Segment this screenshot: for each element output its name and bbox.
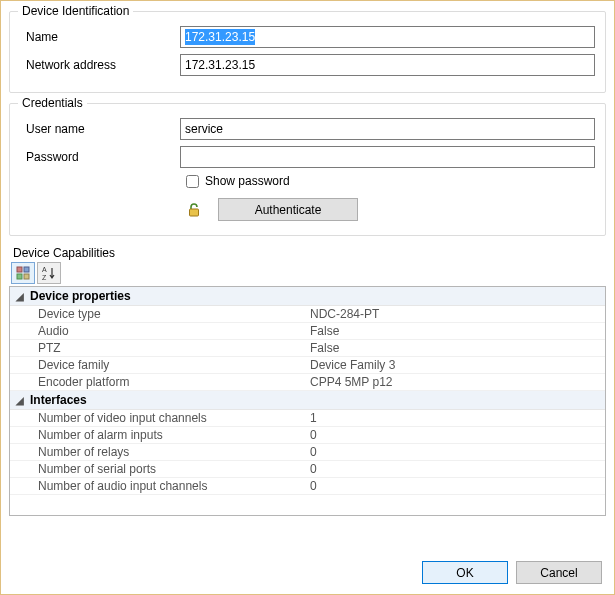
property-group-header[interactable]: ◢Device properties	[10, 287, 605, 306]
property-row[interactable]: Device typeNDC-284-PT	[10, 306, 605, 323]
property-name: Number of audio input channels	[10, 479, 310, 493]
property-row[interactable]: AudioFalse	[10, 323, 605, 340]
name-label: Name	[20, 30, 180, 44]
property-value: 0	[310, 428, 605, 442]
property-row[interactable]: Number of audio input channels0	[10, 478, 605, 495]
categorized-view-button[interactable]	[11, 262, 35, 284]
username-input[interactable]	[180, 118, 595, 140]
property-name: Audio	[10, 324, 310, 338]
property-row[interactable]: Device familyDevice Family 3	[10, 357, 605, 374]
show-password-checkbox[interactable]	[186, 175, 199, 188]
property-group-title: Device properties	[30, 289, 131, 303]
device-capabilities-title: Device Capabilities	[13, 246, 606, 260]
password-input[interactable]	[180, 146, 595, 168]
svg-rect-1	[17, 267, 22, 272]
device-identification-legend: Device Identification	[18, 4, 133, 18]
svg-text:Z: Z	[42, 274, 47, 281]
property-name: Number of relays	[10, 445, 310, 459]
sort-az-icon: A Z	[41, 265, 57, 281]
property-value: False	[310, 341, 605, 355]
property-value: CPP4 5MP p12	[310, 375, 605, 389]
credentials-legend: Credentials	[18, 96, 87, 110]
password-label: Password	[20, 150, 180, 164]
property-value: 0	[310, 462, 605, 476]
svg-rect-4	[24, 274, 29, 279]
show-password-label: Show password	[205, 174, 290, 188]
svg-rect-0	[190, 209, 199, 216]
expand-collapse-icon[interactable]: ◢	[14, 291, 26, 302]
cancel-button[interactable]: Cancel	[516, 561, 602, 584]
svg-text:A: A	[42, 266, 47, 273]
property-value: 0	[310, 479, 605, 493]
property-row[interactable]: Number of relays0	[10, 444, 605, 461]
ok-button[interactable]: OK	[422, 561, 508, 584]
property-value: 1	[310, 411, 605, 425]
property-row[interactable]: Number of alarm inputs0	[10, 427, 605, 444]
name-input[interactable]: 172.31.23.15	[180, 26, 595, 48]
property-row[interactable]: Encoder platformCPP4 5MP p12	[10, 374, 605, 391]
property-value: NDC-284-PT	[310, 307, 605, 321]
property-value: Device Family 3	[310, 358, 605, 372]
property-name: Device type	[10, 307, 310, 321]
property-row[interactable]: PTZFalse	[10, 340, 605, 357]
unlock-icon	[186, 202, 202, 218]
property-group-title: Interfaces	[30, 393, 87, 407]
username-label: User name	[20, 122, 180, 136]
svg-rect-3	[17, 274, 22, 279]
property-name: PTZ	[10, 341, 310, 355]
property-row[interactable]: Number of video input channels1	[10, 410, 605, 427]
svg-rect-2	[24, 267, 29, 272]
property-value: False	[310, 324, 605, 338]
property-name: Encoder platform	[10, 375, 310, 389]
credentials-group: Credentials User name Password Show pass…	[9, 103, 606, 236]
property-name: Number of alarm inputs	[10, 428, 310, 442]
property-group-header[interactable]: ◢Interfaces	[10, 391, 605, 410]
property-name: Number of serial ports	[10, 462, 310, 476]
property-value: 0	[310, 445, 605, 459]
property-name: Number of video input channels	[10, 411, 310, 425]
alphabetical-view-button[interactable]: A Z	[37, 262, 61, 284]
categorized-icon	[15, 265, 31, 281]
authenticate-button[interactable]: Authenticate	[218, 198, 358, 221]
network-address-label: Network address	[20, 58, 180, 72]
expand-collapse-icon[interactable]: ◢	[14, 395, 26, 406]
device-identification-group: Device Identification Name 172.31.23.15 …	[9, 11, 606, 93]
network-address-input[interactable]	[180, 54, 595, 76]
property-row[interactable]: Number of serial ports0	[10, 461, 605, 478]
device-capabilities-grid[interactable]: ◢Device propertiesDevice typeNDC-284-PTA…	[9, 286, 606, 516]
property-name: Device family	[10, 358, 310, 372]
property-grid-toolbar: A Z	[11, 262, 606, 284]
